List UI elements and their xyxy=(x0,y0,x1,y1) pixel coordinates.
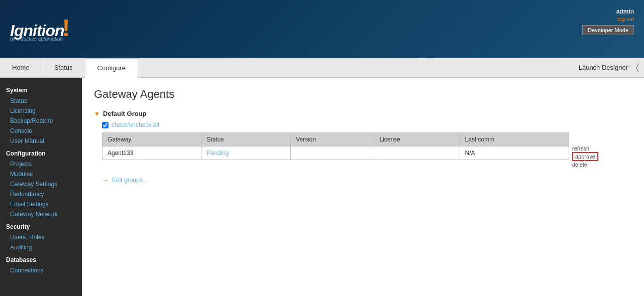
check-all-checkbox[interactable] xyxy=(102,122,109,128)
edit-groups-arrow-icon: → xyxy=(102,176,109,184)
sidebar-item-gateway-network[interactable]: Gateway Network xyxy=(0,209,82,219)
sidebar-item-licensing[interactable]: Licensing xyxy=(0,106,82,116)
header-user: admin log out Developer Mode xyxy=(582,8,634,35)
col-status: Status xyxy=(201,133,290,146)
table-row: Agent133 Pending N/A xyxy=(102,146,569,160)
sidebar-item-projects[interactable]: Projects xyxy=(0,159,82,169)
sidebar-section-configuration: Configuration xyxy=(0,146,82,159)
group-header: ▼ Default Group xyxy=(94,110,632,117)
sidebar-item-console[interactable]: Console xyxy=(0,126,82,136)
col-license: License xyxy=(374,133,460,146)
approve-button[interactable]: approve xyxy=(572,152,598,161)
developer-mode-button[interactable]: Developer Mode xyxy=(582,25,634,35)
sidebar-section-databases: Databases xyxy=(0,252,82,265)
sidebar: System Status Licensing Backup/Restore C… xyxy=(0,78,82,296)
content-area: Gateway Agents ▼ Default Group check/unc… xyxy=(82,78,644,296)
launch-designer-button[interactable]: Launch Designer xyxy=(579,64,628,71)
delete-link[interactable]: delete xyxy=(572,162,598,168)
logo-area: Ignition! by inductive automation xyxy=(10,16,70,42)
cell-gateway: Agent133 xyxy=(102,146,201,160)
sidebar-item-user-manual[interactable]: User Manual xyxy=(0,136,82,146)
sidebar-section-system: System xyxy=(0,83,82,96)
col-version: Version xyxy=(290,133,374,146)
sidebar-item-connections[interactable]: Connections xyxy=(0,265,82,275)
admin-link[interactable]: admin xyxy=(616,8,634,15)
logo: Ignition! by inductive automation xyxy=(10,16,70,42)
sidebar-item-backup-restore[interactable]: Backup/Restore xyxy=(0,116,82,126)
edit-groups-row: → Edit groups... xyxy=(102,176,632,184)
navbar: Home Status Configure Launch Designer 〈 xyxy=(0,58,644,78)
sidebar-item-users-roles[interactable]: Users, Roles xyxy=(0,232,82,242)
cell-license xyxy=(374,146,460,160)
sidebar-item-auditing[interactable]: Auditing xyxy=(0,242,82,252)
status-badge: Pending xyxy=(206,150,229,157)
logo-exclaim: ! xyxy=(62,15,70,41)
sidebar-item-gateway-settings[interactable]: Gateway Settings xyxy=(0,179,82,189)
cell-last-comm: N/A xyxy=(460,146,569,160)
sidebar-item-status[interactable]: Status xyxy=(0,96,82,106)
tab-home-label: Home xyxy=(12,64,30,71)
col-gateway: Gateway xyxy=(102,133,201,146)
tab-configure[interactable]: Configure xyxy=(85,58,138,78)
actions-aside: refresh approve delete xyxy=(569,132,601,168)
sidebar-item-email-settings[interactable]: Email Settings xyxy=(0,199,82,209)
tab-configure-label: Configure xyxy=(97,64,126,72)
agents-table: Gateway Status Version License Last comm… xyxy=(102,132,569,160)
tab-status[interactable]: Status xyxy=(42,58,85,77)
group-title: Default Group xyxy=(103,110,147,117)
sidebar-item-redundancy[interactable]: Redundancy xyxy=(0,189,82,199)
check-uncheck-link[interactable]: check/uncheck all xyxy=(112,121,159,128)
logo-sub: by inductive automation xyxy=(10,36,70,42)
edit-groups-link[interactable]: Edit groups... xyxy=(112,177,148,184)
tab-home[interactable]: Home xyxy=(0,58,42,77)
refresh-link[interactable]: refresh xyxy=(572,145,598,152)
header: Ignition! by inductive automation admin … xyxy=(0,0,644,58)
logout-link[interactable]: log out xyxy=(582,16,634,22)
header-bg xyxy=(0,0,644,58)
sidebar-section-security: Security xyxy=(0,219,82,232)
wrench-icon: 〈 xyxy=(636,62,639,73)
tab-status-label: Status xyxy=(54,64,73,71)
table-with-actions: Gateway Status Version License Last comm… xyxy=(94,132,632,168)
main-layout: System Status Licensing Backup/Restore C… xyxy=(0,78,644,296)
cell-version xyxy=(290,146,374,160)
cell-status: Pending xyxy=(201,146,290,160)
page-title: Gateway Agents xyxy=(94,88,632,101)
check-uncheck-row: check/uncheck all xyxy=(102,121,632,128)
col-last-comm: Last comm xyxy=(460,133,569,146)
group-collapse-arrow[interactable]: ▼ xyxy=(94,110,100,117)
navbar-right: Launch Designer 〈 xyxy=(579,58,644,77)
sidebar-item-modules[interactable]: Modules xyxy=(0,169,82,179)
